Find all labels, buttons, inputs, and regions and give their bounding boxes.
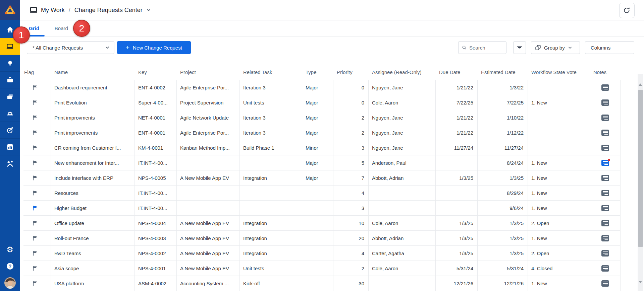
notes-cell[interactable] [590,186,621,200]
user-avatar[interactable] [4,277,16,289]
name-cell[interactable]: Dashboard requirement [51,80,135,95]
name-cell[interactable]: R&D Teams [51,246,135,261]
filter-button[interactable] [513,41,526,54]
name-cell[interactable]: USA platform [51,276,135,291]
sidebar-item-teams[interactable] [0,105,20,122]
column-header-notes[interactable]: Notes [590,69,621,75]
table-row[interactable]: Higher Budget IT.INT-4-00... 3 9/6/24 1.… [23,201,621,216]
flag-cell[interactable] [23,201,51,215]
column-header-project[interactable]: Project [177,69,240,75]
name-cell[interactable]: Resources [51,186,135,200]
breadcrumb-section[interactable]: My Work [41,7,65,14]
flag-cell[interactable] [23,125,51,140]
table-row[interactable]: USA platform ASM-4-0002 Accounting Syste… [23,276,621,291]
column-header-flag[interactable]: Flag [23,69,51,75]
notes-cell[interactable] [590,231,621,245]
notes-icon[interactable] [601,160,609,166]
flag-cell[interactable] [23,186,51,200]
name-cell[interactable]: Print Evolution [51,95,135,110]
notes-icon[interactable] [601,84,609,91]
column-header-priority[interactable]: Priority [333,69,369,75]
notes-icon[interactable] [601,205,609,211]
sidebar-item-tools[interactable] [0,155,20,172]
notes-cell[interactable] [590,276,621,291]
column-header-key[interactable]: Key [135,69,177,75]
sidebar-item-ideas[interactable] [0,55,20,72]
table-row[interactable]: Print improvements ENT-4-0001 Agile Ente… [23,125,621,140]
notes-icon[interactable] [601,175,609,181]
breadcrumb-page-title[interactable]: Change Requests Center [74,7,143,14]
name-cell[interactable]: Print improvments [51,110,135,125]
columns-button[interactable]: Columns [585,41,634,54]
notes-cell[interactable] [590,261,621,276]
notes-cell[interactable] [590,246,621,261]
refresh-button[interactable] [619,3,635,18]
column-header-workflow-state-vote[interactable]: Workflow State Vote [528,69,590,75]
vertical-scrollbar[interactable] [638,74,643,291]
notes-cell[interactable] [590,140,621,155]
notes-cell[interactable] [590,95,621,110]
search-input[interactable] [469,45,503,51]
column-header-due-date[interactable]: Due Date [436,69,478,75]
sidebar-item-projects[interactable] [0,72,20,88]
settings-button[interactable]: ⚙ [4,243,16,256]
notes-icon[interactable] [601,99,609,106]
notes-cell[interactable] [590,155,621,170]
table-row[interactable]: CR coming from Customer f... KM-4-0001 K… [23,140,621,155]
name-cell[interactable]: Higher Budget [51,201,135,215]
column-header-estimated-date[interactable]: Estimated Date [478,69,528,75]
table-row[interactable]: Include interface with ERP NPS-4-0005 A … [23,170,621,186]
flag-cell[interactable] [23,95,51,110]
notes-icon[interactable] [601,235,609,241]
flag-cell[interactable] [23,140,51,155]
notes-icon[interactable] [601,145,609,151]
flag-cell[interactable] [23,155,51,170]
notes-icon[interactable] [601,220,609,226]
notes-cell[interactable] [590,110,621,125]
scroll-down-arrow-icon[interactable] [639,281,642,285]
table-row[interactable]: Asia scope NPS-4-0001 A New Mobile App E… [23,261,621,276]
notes-icon[interactable] [601,250,609,257]
flag-cell[interactable] [23,231,51,245]
sidebar-item-portfolios[interactable] [0,88,20,105]
notes-cell[interactable] [590,216,621,230]
name-cell[interactable]: Include interface with ERP [51,170,135,185]
view-filter-select[interactable]: * All Change Requests [27,41,114,54]
table-row[interactable]: R&D Teams NPS-4-0002 A New Mobile App EV… [23,246,621,261]
name-cell[interactable]: Office update [51,216,135,230]
column-header-type[interactable]: Type [302,69,333,75]
notes-cell[interactable] [590,201,621,215]
notes-icon[interactable] [601,190,609,196]
notes-cell[interactable] [590,80,621,95]
name-cell[interactable]: Asia scope [51,261,135,276]
notes-icon[interactable] [601,265,609,272]
tab-board[interactable]: Board [49,20,73,36]
name-cell[interactable]: CR coming from Customer f... [51,140,135,155]
notes-cell[interactable] [590,125,621,140]
table-row[interactable]: Print Evolution Super-4-00... Project Su… [23,95,621,110]
notes-icon[interactable] [601,130,609,136]
help-button[interactable]: ? [4,260,16,272]
notes-icon[interactable] [601,115,609,121]
table-row[interactable]: Roll-out France NPS-4-0003 A New Mobile … [23,231,621,246]
group-by-button[interactable]: Group by [531,41,580,54]
table-row[interactable]: Dashboard requirement ENT-4-0002 Agile E… [23,80,621,95]
chevron-down-icon[interactable] [146,7,151,13]
scrollbar-thumb[interactable] [638,90,643,247]
sidebar-item-reports[interactable] [0,139,20,155]
table-row[interactable]: Print improvments NET-4-0001 Agile Netwo… [23,110,621,125]
column-header-related-task[interactable]: Related Task [240,69,302,75]
flag-cell[interactable] [23,246,51,261]
table-row[interactable]: Office update NPS-4-0004 A New Mobile Ap… [23,216,621,231]
table-row[interactable]: New enhancement for Inter... IT.INT-4-00… [23,155,621,170]
flag-cell[interactable] [23,170,51,185]
scroll-up-arrow-icon[interactable] [639,82,642,86]
column-header-assignee[interactable]: Assignee (Read-Only) [369,69,436,75]
notes-cell[interactable] [590,170,621,185]
new-change-request-button[interactable]: + New Change Request [117,41,191,54]
name-cell[interactable]: New enhancement for Inter... [51,155,135,170]
flag-cell[interactable] [23,261,51,276]
column-header-name[interactable]: Name [51,69,135,75]
flag-cell[interactable] [23,276,51,291]
flag-cell[interactable] [23,110,51,125]
